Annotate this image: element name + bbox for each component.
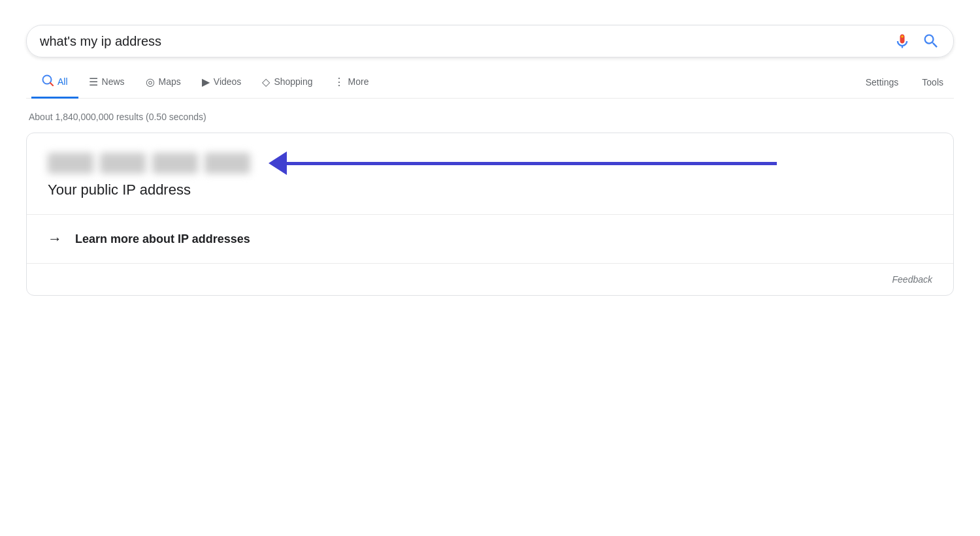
ip-block-3 <box>152 153 198 174</box>
tools-link[interactable]: Tools <box>911 71 954 95</box>
tab-news-label: News <box>102 76 125 87</box>
settings-link[interactable]: Settings <box>855 71 909 95</box>
ip-result-card: Your public IP address → Learn more abou… <box>26 133 954 296</box>
tab-videos-label: Videos <box>214 76 242 87</box>
feedback-section: Feedback <box>27 264 953 295</box>
search-submit-icon[interactable] <box>922 32 940 50</box>
news-icon: ☰ <box>89 76 98 88</box>
tab-maps[interactable]: ◎ Maps <box>135 69 191 98</box>
svg-line-2 <box>50 83 53 86</box>
learn-more-text: Learn more about IP addresses <box>75 232 250 246</box>
results-count: About 1,840,000,000 results (0.50 second… <box>26 112 954 122</box>
feedback-link[interactable]: Feedback <box>892 274 932 285</box>
tab-more-label: More <box>348 76 369 87</box>
ip-block-2 <box>100 153 146 174</box>
maps-icon: ◎ <box>146 76 155 88</box>
tab-news[interactable]: ☰ News <box>78 69 135 98</box>
shopping-icon: ◇ <box>262 76 270 88</box>
ip-section: Your public IP address <box>27 133 953 215</box>
videos-icon: ▶ <box>202 76 210 88</box>
search-input[interactable]: what's my ip address <box>40 34 893 49</box>
all-icon <box>42 74 54 89</box>
nav-tabs: All ☰ News ◎ Maps ▶ Videos ◇ Shopping ⋮ … <box>26 68 954 99</box>
arrow-head <box>269 151 287 175</box>
tab-shopping-label: Shopping <box>274 76 312 87</box>
tab-more[interactable]: ⋮ More <box>323 69 380 98</box>
tab-all-label: All <box>57 76 68 87</box>
svg-point-0 <box>901 35 904 38</box>
ip-display-row <box>48 151 932 175</box>
mic-icon[interactable] <box>893 32 911 50</box>
arrow-container <box>250 151 932 175</box>
ip-blurred-display <box>48 153 250 174</box>
ip-label: Your public IP address <box>48 181 932 198</box>
tab-shopping[interactable]: ◇ Shopping <box>252 69 323 98</box>
search-bar: what's my ip address <box>26 25 954 57</box>
arrow-line <box>287 162 777 165</box>
tab-videos[interactable]: ▶ Videos <box>191 69 252 98</box>
nav-right-group: Settings Tools <box>855 71 954 95</box>
ip-block-4 <box>204 153 250 174</box>
more-icon: ⋮ <box>334 76 344 88</box>
learn-more-section[interactable]: → Learn more about IP addresses <box>27 215 953 264</box>
tab-all[interactable]: All <box>31 68 78 99</box>
tab-maps-label: Maps <box>159 76 181 87</box>
ip-block-1 <box>48 153 93 174</box>
search-icon-group <box>893 32 940 50</box>
learn-more-arrow-icon: → <box>48 230 62 247</box>
